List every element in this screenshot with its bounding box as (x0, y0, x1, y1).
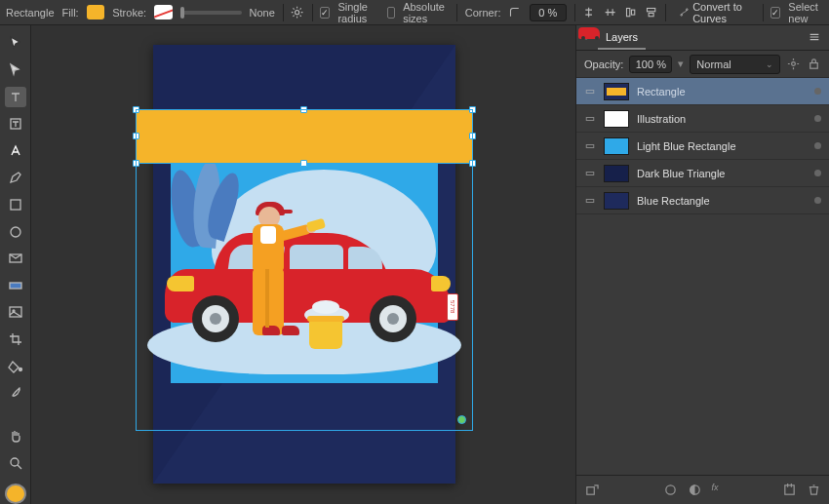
fill-tool[interactable] (5, 356, 26, 376)
resize-handle[interactable] (133, 133, 139, 139)
layer-name: Light Blue Rectangle (637, 140, 807, 152)
separator (283, 4, 284, 21)
curves-icon (680, 8, 689, 17)
crop-tool[interactable] (5, 330, 26, 350)
align-button-3[interactable] (624, 3, 637, 22)
mask-button[interactable] (663, 483, 678, 497)
opacity-field[interactable]: 100 % (629, 56, 672, 73)
delete-button[interactable] (807, 483, 821, 497)
select-new-checkbox[interactable] (770, 7, 780, 19)
svg-point-14 (19, 368, 21, 370)
rotate-handle[interactable] (457, 415, 466, 424)
layer-type-icon (584, 113, 596, 125)
select-new-label: Select new (788, 1, 823, 24)
single-radius-label: Single radius (337, 1, 378, 24)
layer-row[interactable]: Rectangle (576, 78, 829, 105)
single-radius-checkbox[interactable] (320, 7, 330, 19)
corner-type-button[interactable] (508, 3, 521, 22)
tab-layers[interactable]: Layers (598, 26, 646, 50)
layer-row[interactable]: Blue Rectangle (576, 187, 829, 214)
crop-icon (8, 331, 23, 347)
canvas[interactable]: 5778 (31, 25, 527, 504)
panel-footer: fx (576, 475, 829, 504)
corner-icon (508, 6, 521, 19)
brush-tool[interactable] (5, 383, 26, 404)
layer-row[interactable]: Dark Blue Triangle (576, 160, 829, 187)
opacity-stepper[interactable]: ▾ (678, 58, 684, 70)
layer-thumbnail (604, 83, 629, 100)
visibility-dot[interactable] (814, 115, 821, 122)
visibility-dot[interactable] (814, 197, 821, 204)
node-tool[interactable] (5, 60, 26, 81)
fx-button[interactable]: fx (712, 483, 719, 497)
bucket-shape (309, 318, 342, 349)
panel-menu-button[interactable] (808, 30, 821, 46)
zoom-tool[interactable] (5, 453, 26, 474)
add-layer-button[interactable] (584, 483, 599, 497)
pen-tool[interactable] (5, 168, 26, 188)
svg-point-9 (11, 227, 20, 237)
resize-handle[interactable] (469, 106, 476, 113)
resize-handle[interactable] (133, 160, 139, 167)
visibility-dot[interactable] (814, 142, 821, 149)
foreground-color[interactable] (5, 484, 26, 504)
resize-handle[interactable] (300, 106, 307, 113)
asset-tool[interactable] (5, 302, 26, 323)
lock-button[interactable] (807, 57, 821, 71)
convert-curves-button[interactable]: Convert to Curves (674, 3, 755, 22)
resize-handle[interactable] (133, 106, 139, 113)
layer-settings-button[interactable] (786, 57, 801, 71)
rectangle-tool[interactable] (5, 195, 26, 215)
settings-button[interactable] (291, 3, 303, 22)
adjustment-icon (688, 483, 702, 497)
resize-handle[interactable] (469, 133, 476, 139)
align-button-2[interactable] (604, 3, 616, 22)
visibility-dot[interactable] (814, 88, 821, 95)
clip-button[interactable] (782, 483, 797, 497)
frame-text-tool[interactable] (5, 114, 26, 135)
trash-icon (807, 483, 821, 497)
layer-thumbnail (604, 137, 629, 155)
layer-row[interactable]: Illustration (576, 105, 829, 133)
separator (312, 4, 313, 21)
gradient-icon (8, 278, 23, 293)
text-tool[interactable] (5, 87, 26, 107)
gradient-tool[interactable] (5, 275, 26, 295)
cursor-icon (8, 35, 23, 51)
opacity-label: Opacity: (584, 58, 623, 70)
artistic-text-tool[interactable] (5, 140, 26, 161)
tools-panel (0, 25, 31, 504)
layers-panel: ◦ Layers Opacity: 100 % ▾ Normal Rectang… (575, 25, 829, 504)
svg-rect-2 (631, 10, 634, 15)
move-tool[interactable] (5, 33, 26, 54)
fill-swatch[interactable] (87, 5, 105, 19)
resize-handle[interactable] (469, 160, 476, 167)
svg-rect-26 (785, 485, 794, 494)
selected-rectangle[interactable] (136, 109, 473, 164)
align-button-4[interactable] (645, 3, 657, 22)
pan-tool[interactable] (5, 426, 26, 446)
ellipse-tool[interactable] (5, 221, 26, 242)
layer-thumbnail (604, 165, 629, 182)
resize-handle[interactable] (300, 160, 307, 167)
shape-type-label: Rectangle (6, 7, 55, 19)
shape-tool[interactable] (5, 249, 26, 269)
stroke-label: Stroke: (112, 7, 146, 19)
visibility-dot[interactable] (814, 170, 821, 176)
stroke-swatch[interactable] (154, 5, 173, 19)
corner-value-field[interactable]: 0 % (530, 4, 567, 21)
stroke-width-slider[interactable] (180, 11, 242, 15)
mask-icon (663, 483, 678, 497)
lock-icon (807, 57, 821, 71)
layer-type-icon (584, 140, 596, 152)
fill-label: Fill: (62, 7, 79, 19)
blend-mode-select[interactable]: Normal (690, 55, 780, 74)
svg-rect-3 (648, 8, 655, 11)
artboard[interactable]: 5778 (153, 45, 455, 484)
layer-row[interactable]: Light Blue Rectangle (576, 133, 829, 160)
menu-icon (808, 30, 821, 44)
align-icon (624, 6, 637, 19)
align-button-1[interactable] (582, 3, 595, 22)
adjustment-button[interactable] (688, 483, 702, 497)
absolute-sizes-checkbox[interactable] (387, 7, 396, 19)
